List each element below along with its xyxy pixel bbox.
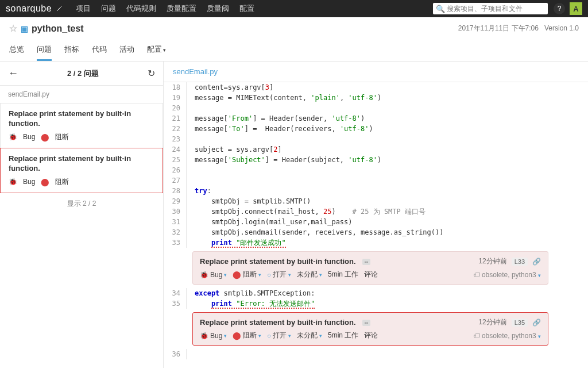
code-line: 23 [164,134,588,144]
help-icon[interactable]: ? [554,3,565,14]
nav-issues[interactable]: 问题 [101,3,116,14]
bug-icon: 🐞 [9,178,17,186]
code-line: 18content=sys.argv[3] [164,82,588,93]
nav-profiles[interactable]: 质量配置 [167,3,196,14]
code-line: 25message['Subject'] = Header(subject, '… [164,155,588,165]
line-number: 29 [164,196,187,206]
line-number: 20 [164,103,187,113]
line-number: 19 [164,93,187,103]
nav-rules[interactable]: 代码规则 [126,3,156,14]
effort-label: 5min 工作 [328,270,358,279]
code-line: 26 [164,165,588,175]
tab-admin[interactable]: 配置▾ [147,40,166,61]
sidebar-file-label: sendEmail.py [0,86,163,103]
permalink-icon[interactable]: 🔗 [532,319,541,327]
issue-inline-title: Replace print statement by built-in func… [200,257,356,266]
line-number: 31 [164,217,187,227]
tag-icon: 🏷 [473,271,480,279]
issue-type: Bug [23,133,35,141]
issue-age: 12分钟前 [478,317,506,327]
back-icon[interactable]: ← [8,67,18,79]
permalink-icon[interactable]: 🔗 [532,258,541,266]
line-number: 28 [164,186,187,196]
code-line: 22message['To'] = Header(receivers, 'utf… [164,124,588,134]
tag-icon: 🏷 [473,332,480,340]
code-line: 30 smtpObj.connect(mail_host, 25) # 25 为… [164,206,588,217]
line-number: 25 [164,155,187,165]
search-box: 🔍 [433,3,548,14]
avatar[interactable]: A [570,2,582,15]
type-selector[interactable]: 🐞Bug▾ [200,271,227,279]
code-line: 32 smtpObj.sendmail(sender, receivers, m… [164,227,588,237]
tags-selector[interactable]: 🏷obsolete, python3 ▾ [473,271,541,279]
line-number: 27 [164,175,187,186]
severity-selector[interactable]: ⬤阻断▾ [233,331,261,340]
more-icon[interactable]: ⋯ [362,259,370,265]
code-line: 36 [164,349,588,359]
star-icon[interactable]: ☆ [9,23,17,34]
line-number: 22 [164,124,187,134]
comments-button[interactable]: 评论 [364,270,378,279]
issue-inline-title: Replace print statement by built-in func… [200,318,356,327]
issue-list-item[interactable]: Replace print statement by built-in func… [0,148,163,193]
tab-activity[interactable]: 活动 [119,40,134,61]
code-line: 35 print "Error: 无法发送邮件" [164,298,588,309]
line-number: 32 [164,227,187,237]
issue-list-item[interactable]: Replace print statement by built-in func… [0,103,163,148]
project-title: python_test [32,24,84,34]
type-selector[interactable]: 🐞Bug▾ [200,332,227,340]
file-path[interactable]: sendEmail.py [164,62,588,82]
code-area[interactable]: 18content=sys.argv[3]19message = MIMETex… [164,82,588,368]
more-icon[interactable]: ⋯ [362,320,370,326]
line-number: 26 [164,165,187,175]
line-number: 30 [164,206,187,217]
line-number: 36 [164,349,187,359]
issue-inline[interactable]: Replace print statement by built-in func… [192,312,548,346]
code-line: 19message = MIMEText(content, 'plain', '… [164,93,588,103]
issue-severity: 阻断 [55,177,69,187]
folder-icon: ▣ [21,24,28,33]
status-selector[interactable]: ○打开▾ [267,331,291,340]
line-number: 34 [164,288,187,298]
search-input[interactable] [433,3,548,14]
tags-selector[interactable]: 🏷obsolete, python3 ▾ [473,332,541,340]
code-line: 20 [164,103,588,113]
comments-button[interactable]: 评论 [364,331,378,340]
search-icon: 🔍 [436,5,445,13]
line-badge: L33 [512,258,528,266]
line-number: 21 [164,113,187,124]
code-line: 28try: [164,186,588,196]
nav-gates[interactable]: 质量阈 [207,3,229,14]
logo[interactable]: sonarqube ⟋ [6,3,64,14]
tab-code[interactable]: 代码 [92,40,107,61]
status-selector[interactable]: ○打开▾ [267,270,291,279]
assignee-selector[interactable]: 未分配▾ [297,331,322,340]
code-line: 34except smtplib.SMTPException: [164,288,588,298]
code-line: 29 smtpObj = smtplib.SMTP() [164,196,588,206]
reload-icon[interactable]: ↻ [148,68,155,79]
topbar: sonarqube ⟋ 项目 问题 代码规则 质量配置 质量阈 配置 🔍 ? A [0,0,588,17]
line-number: 35 [164,298,187,309]
header-meta: 2017年11月11日 下午7:06 Version 1.0 [458,24,579,33]
issue-age: 12分钟前 [478,256,506,266]
code-line: 33 print "邮件发送成功" [164,237,588,248]
line-number: 24 [164,144,187,155]
issue-title: Replace print statement by built-in func… [9,154,154,174]
project-header: ☆ ▣ python_test 2017年11月11日 下午7:06 Versi… [0,17,588,62]
code-line: 27 [164,175,588,186]
bug-icon: 🐞 [9,133,17,141]
severity-selector[interactable]: ⬤阻断▾ [233,270,261,279]
assignee-selector[interactable]: 未分配▾ [297,270,322,279]
severity-icon: ⬤ [41,178,49,186]
tab-measures[interactable]: 指标 [64,40,79,61]
top-nav: 项目 问题 代码规则 质量配置 质量阈 配置 [76,3,433,14]
issue-type: Bug [23,178,35,186]
tab-issues[interactable]: 问题 [37,40,52,61]
show-count: 显示 2 / 2 [0,193,163,214]
nav-projects[interactable]: 项目 [76,3,91,14]
issue-severity: 阻断 [55,132,69,142]
nav-admin[interactable]: 配置 [239,3,254,14]
tab-overview[interactable]: 总览 [9,40,24,61]
line-number: 18 [164,82,187,93]
issue-inline[interactable]: Replace print statement by built-in func… [192,251,548,285]
